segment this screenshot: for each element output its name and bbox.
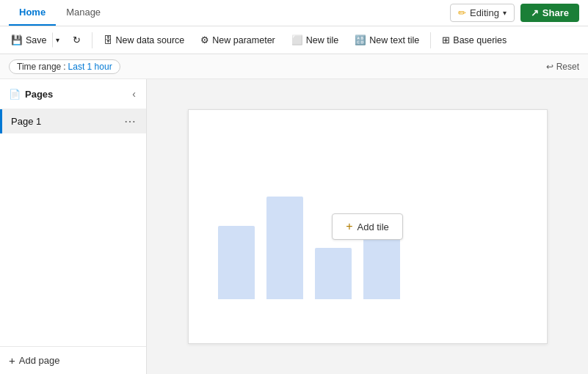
add-tile-label: Add tile [357,221,388,232]
toolbar-divider-2 [430,32,431,48]
save-dropdown-button[interactable]: ▾ [52,32,63,48]
sidebar-footer: + Add page [0,346,146,374]
toolbar-divider-1 [92,32,92,48]
bar-1 [218,226,255,299]
new-parameter-label: New parameter [212,35,275,45]
pages-title-group: 📄 Pages [9,89,53,100]
tab-bar: Home Manage [9,0,111,26]
share-label: Share [542,7,569,18]
top-bar: Home Manage ✏ Editing ▾ ↗ Share [0,0,588,26]
parameter-icon: ⚙ [200,34,209,45]
save-label: Save [26,35,47,45]
reset-icon: ↩ [546,62,553,72]
time-range-filter[interactable]: Time range : Last 1 hour [9,59,120,74]
new-data-source-label: New data source [116,35,185,45]
page1-more-icon[interactable]: ⋯ [123,114,137,128]
chevron-down-icon: ▾ [503,9,507,17]
save-button-group: 💾 Save ▾ [6,31,63,49]
time-range-separator: : [63,62,65,72]
sidebar-item-page1[interactable]: Page 1 ⋯ [0,109,146,133]
save-main-button[interactable]: 💾 Save [6,31,52,49]
tab-home[interactable]: Home [9,0,56,26]
pencil-icon: ✏ [458,7,466,18]
base-queries-label: Base queries [453,35,507,45]
new-text-tile-button[interactable]: 🔠 New text tile [348,31,426,49]
save-icon: 💾 [11,34,23,45]
new-tile-button[interactable]: ⬜ New tile [285,31,345,49]
sidebar-collapse-button[interactable]: ‹ [131,87,137,101]
filter-bar: Time range : Last 1 hour ↩ Reset [0,54,588,79]
tile-icon: ⬜ [291,34,303,45]
add-tile-plus-icon: + [346,220,352,233]
editing-button[interactable]: ✏ Editing ▾ [450,4,515,22]
toolbar: 💾 Save ▾ ↻ 🗄 New data source ⚙ New param… [0,26,588,54]
editing-label: Editing [470,7,499,18]
pages-icon: 📄 [9,89,21,100]
new-data-source-button[interactable]: 🗄 New data source [97,32,192,49]
main-layout: 📄 Pages ‹ Page 1 ⋯ + Add page [0,79,588,374]
bar-3 [315,248,352,299]
add-page-plus-icon: + [9,354,15,367]
sidebar: 📄 Pages ‹ Page 1 ⋯ + Add page [0,79,147,374]
add-page-button[interactable]: + Add page [9,354,59,367]
text-tile-icon: 🔠 [355,34,366,45]
reset-label: Reset [556,62,579,72]
share-button[interactable]: ↗ Share [520,4,579,22]
top-right-actions: ✏ Editing ▾ ↗ Share [450,4,579,22]
canvas-area: + Add tile [147,79,588,374]
queries-icon: ⊞ [442,34,450,45]
base-queries-button[interactable]: ⊞ Base queries [435,31,513,49]
add-page-label: Add page [19,355,60,366]
new-text-tile-label: New text tile [369,35,419,45]
time-range-value: Last 1 hour [68,62,112,72]
add-tile-button[interactable]: + Add tile [332,213,403,240]
page1-label: Page 1 [11,116,41,127]
datasource-icon: 🗄 [104,35,113,45]
bar-2 [266,197,303,299]
pages-title: Pages [25,89,53,100]
new-tile-label: New tile [306,35,338,45]
sidebar-header: 📄 Pages ‹ [0,79,146,109]
share-icon: ↗ [531,7,539,18]
chart-illustration [218,197,400,299]
tab-manage[interactable]: Manage [56,0,111,26]
time-range-prefix: Time range [17,62,61,72]
refresh-button[interactable]: ↻ [66,31,87,49]
reset-button[interactable]: ↩ Reset [546,62,579,72]
canvas-page: + Add tile [188,109,548,344]
new-parameter-button[interactable]: ⚙ New parameter [194,31,281,49]
refresh-icon: ↻ [73,34,81,45]
